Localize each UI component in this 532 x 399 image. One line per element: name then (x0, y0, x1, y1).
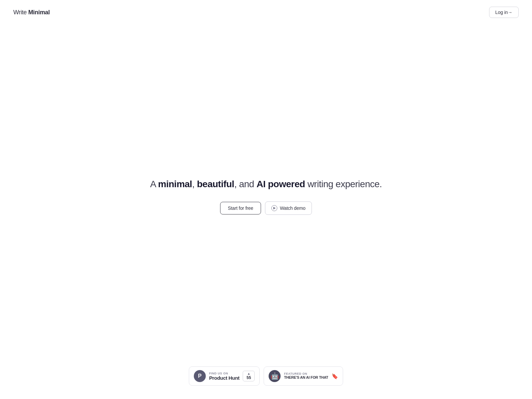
tagline-suffix: writing experience. (305, 179, 382, 189)
bookmark-icon: 🔖 (332, 373, 338, 379)
tagline-bold1: minimal (158, 179, 192, 189)
ph-count-badge: ▲ 55 (243, 371, 255, 381)
ai-for-that-icon: 🤖 (269, 370, 281, 382)
product-hunt-text: FIND US ON Product Hunt (209, 372, 239, 381)
ai-featured-label: FEATURED ON (284, 372, 328, 375)
tagline-sep1: , (192, 179, 197, 189)
ai-for-that-badge[interactable]: 🤖 FEATURED ON THERE'S AN AI FOR THAT 🔖 (264, 366, 343, 386)
ph-count-number: 55 (247, 375, 251, 380)
play-triangle (273, 207, 276, 209)
tagline-bold3: AI powered (256, 179, 305, 189)
login-button[interactable]: Log in→ (489, 7, 519, 18)
logo-prefix: Write (13, 9, 28, 16)
logo: Write Minimal (13, 9, 50, 16)
ai-for-that-text: FEATURED ON THERE'S AN AI FOR THAT (284, 372, 328, 380)
ph-arrow-icon: ▲ (247, 372, 250, 375)
header: Write Minimal Log in→ (0, 0, 532, 25)
play-icon (271, 205, 277, 211)
hero-section: A minimal, beautiful, and AI powered wri… (150, 0, 382, 399)
ph-icon-letter: P (198, 373, 202, 379)
product-hunt-badge[interactable]: P FIND US ON Product Hunt ▲ 55 (189, 366, 260, 386)
demo-label: Watch demo (280, 205, 306, 211)
tagline-bold2: beautiful (197, 179, 234, 189)
tagline-sep2: , and (234, 179, 256, 189)
watch-demo-button[interactable]: Watch demo (265, 201, 312, 215)
tagline-prefix: A (150, 179, 158, 189)
bottom-badges: P FIND US ON Product Hunt ▲ 55 🤖 FEATURE… (189, 366, 343, 386)
ai-name: THERE'S AN AI FOR THAT (284, 375, 328, 380)
ph-name: Product Hunt (209, 375, 239, 381)
start-for-free-button[interactable]: Start for free (220, 202, 261, 214)
hero-tagline: A minimal, beautiful, and AI powered wri… (150, 178, 382, 191)
ai-icon-glyph: 🤖 (271, 372, 279, 380)
main-content: A minimal, beautiful, and AI powered wri… (0, 0, 532, 399)
hero-buttons: Start for free Watch demo (220, 201, 312, 215)
logo-bold: Minimal (28, 9, 50, 16)
product-hunt-icon: P (194, 370, 206, 382)
ph-find-label: FIND US ON (209, 372, 239, 375)
